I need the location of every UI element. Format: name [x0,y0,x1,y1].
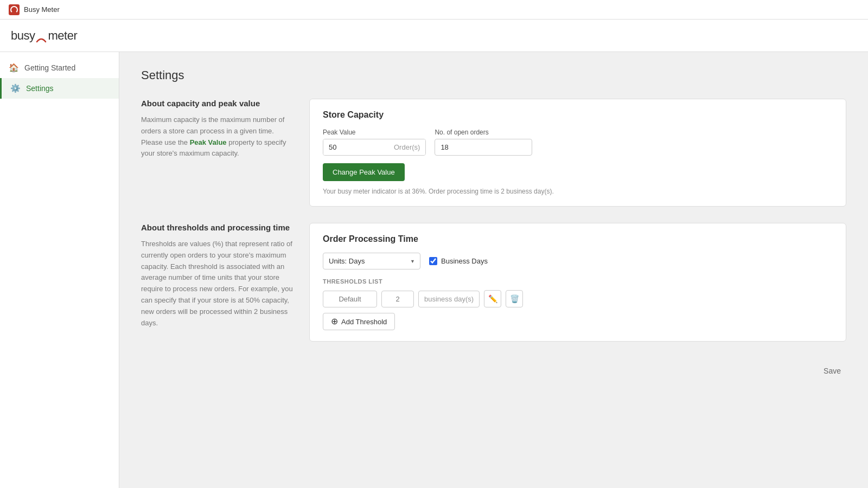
footer-save: Save [141,358,846,384]
open-orders-input[interactable] [435,139,532,156]
threshold-row: business day(s) ✏️ 🗑️ [323,290,833,307]
thresholds-desc-body: Thresholds are values (%) that represent… [141,239,293,329]
capacity-fields-row: Peak Value Order(s) No. of open orders [323,129,833,156]
home-icon: 🏠 [9,63,19,73]
change-peak-value-button[interactable]: Change Peak Value [323,163,405,181]
business-days-label[interactable]: Business Days [429,257,488,265]
order-processing-title: Order Processing Time [323,234,833,244]
units-row: Units: Days Units: Hours Business Days [323,253,833,269]
threshold-edit-button[interactable]: ✏️ [484,290,501,307]
app-icon [9,4,20,15]
thresholds-desc: About thresholds and processing time Thr… [141,223,293,342]
sidebar-item-getting-started[interactable]: 🏠 Getting Started [0,57,119,78]
threshold-label-input[interactable] [323,291,377,307]
add-threshold-label: Add Threshold [341,318,387,326]
capacity-desc-body: Maximum capacity is the maximum number o… [141,114,293,159]
capacity-card: Store Capacity Peak Value Order(s) No. o… [309,99,846,207]
thresholds-section: About thresholds and processing time Thr… [141,223,846,342]
thresholds-desc-title: About thresholds and processing time [141,223,293,232]
top-bar: Busy Meter [0,0,868,20]
thresholds-card: Order Processing Time Units: Days Units:… [309,223,846,342]
units-select[interactable]: Units: Days Units: Hours [323,253,420,269]
logo: busy meter [11,29,77,43]
app-title: Busy Meter [24,5,60,14]
logo-text-2: meter [48,29,77,43]
peak-value-group: Peak Value Order(s) [323,129,426,156]
add-threshold-button[interactable]: ⊕ Add Threshold [323,313,395,330]
layout: 🏠 Getting Started ⚙️ Settings Settings A… [0,52,868,488]
logo-arc-icon [36,32,47,38]
busy-meter-status: Your busy meter indicator is at 36%. Ord… [323,188,833,195]
add-threshold-plus-icon: ⊕ [331,317,338,326]
business-days-text: Business Days [441,257,488,265]
capacity-desc: About capacity and peak value Maximum ca… [141,99,293,207]
open-orders-group: No. of open orders [435,129,532,156]
peak-value-bold: Peak Value [190,138,227,146]
peak-value-input[interactable] [323,139,388,155]
header: busy meter [0,20,868,52]
threshold-suffix: business day(s) [418,291,480,307]
thresholds-list-label: THRESHOLDS LIST [323,278,833,285]
units-select-wrapper: Units: Days Units: Hours [323,253,420,269]
threshold-value-input[interactable] [381,291,414,307]
peak-value-input-wrapper: Order(s) [323,139,426,156]
logo-text-1: busy [11,29,35,43]
sidebar-item-label-getting-started: Getting Started [24,63,75,72]
peak-value-label: Peak Value [323,129,426,136]
peak-value-suffix: Order(s) [388,139,425,155]
store-capacity-title: Store Capacity [323,110,833,120]
page-title: Settings [141,68,846,82]
capacity-section: About capacity and peak value Maximum ca… [141,99,846,207]
sidebar-item-settings[interactable]: ⚙️ Settings [0,78,119,99]
sidebar-item-label-settings: Settings [26,84,54,93]
capacity-desc-title: About capacity and peak value [141,99,293,108]
main-content: Settings About capacity and peak value M… [119,52,868,488]
business-days-checkbox[interactable] [429,257,437,265]
save-button[interactable]: Save [818,363,846,378]
sidebar: 🏠 Getting Started ⚙️ Settings [0,52,119,488]
open-orders-label: No. of open orders [435,129,532,136]
gear-icon: ⚙️ [10,84,21,93]
threshold-delete-button[interactable]: 🗑️ [506,290,523,307]
